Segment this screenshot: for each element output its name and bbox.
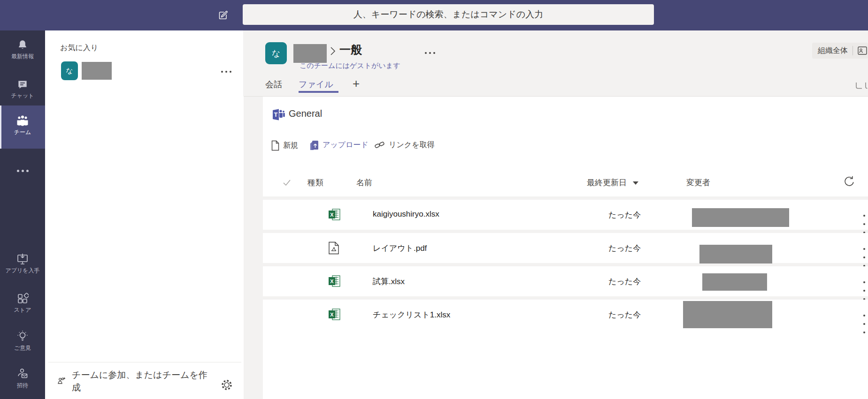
file-row[interactable]: X チェックリスト1.xlsx たった今 <box>263 300 868 330</box>
sidebar-item-label: 招待 <box>0 382 45 390</box>
sidebar-item-chat[interactable]: チャット <box>0 78 45 100</box>
column-header-type[interactable]: 種類 <box>307 177 323 188</box>
excel-icon: X <box>328 275 341 287</box>
sidebar-item-label: チーム <box>0 128 45 136</box>
new-file-icon <box>271 140 279 151</box>
file-more-icon[interactable] <box>862 278 868 303</box>
sidebar-item-label: ストア <box>0 306 45 314</box>
search-input[interactable]: 人、キーワードの検索、またはコマンドの入力 <box>243 4 654 25</box>
svg-text:X: X <box>330 212 334 218</box>
svg-text:X: X <box>330 312 334 317</box>
store-icon <box>16 293 29 305</box>
redacted-modified-by <box>699 245 772 263</box>
upload-icon <box>309 140 319 150</box>
redacted-team-name <box>293 44 327 63</box>
row-separator <box>263 196 868 200</box>
file-modified: たった今 <box>608 210 641 220</box>
bell-icon <box>16 39 29 51</box>
tab-conversations[interactable]: 会話 <box>265 79 282 90</box>
rail-more-icon[interactable] <box>0 166 45 175</box>
file-modified: たった今 <box>608 243 641 254</box>
new-file-button[interactable]: 新規 <box>271 140 298 151</box>
join-team-icon <box>56 376 67 386</box>
file-name: 試算.xlsx <box>373 276 405 287</box>
favorite-team-item[interactable]: な <box>57 58 236 82</box>
file-more-icon[interactable] <box>862 211 868 236</box>
favorites-panel: お気に入り な チームに参加、またはチームを作成 <box>45 30 243 399</box>
sidebar-item-get-apps[interactable]: アプリを入手 <box>0 253 45 275</box>
member-badge-icon <box>857 45 868 56</box>
sidebar-item-store[interactable]: ストア <box>0 293 45 314</box>
sidebar-item-label: チャット <box>0 92 45 100</box>
top-bar: 人、キーワードの検索、またはコマンドの入力 <box>0 0 868 30</box>
sort-desc-icon <box>633 181 638 185</box>
compose-icon[interactable] <box>217 8 230 22</box>
get-link-button[interactable]: リンクを取得 <box>375 140 435 150</box>
sidebar-item-label: 最新情報 <box>0 53 45 60</box>
files-pane: T General 新規 アップロード リンクを取得 種類 名前 最 <box>244 96 868 399</box>
guest-notice-link[interactable]: このチームにはゲストがいます <box>300 61 400 70</box>
lightbulb-icon <box>16 330 29 343</box>
tab-files[interactable]: ファイル <box>299 79 333 90</box>
column-header-name[interactable]: 名前 <box>356 177 372 188</box>
divider <box>853 46 853 55</box>
favorites-header: お気に入り <box>60 43 98 53</box>
left-gutter <box>244 97 263 399</box>
sidebar-item-teams[interactable]: チーム <box>0 105 45 149</box>
svg-text:X: X <box>330 279 334 284</box>
join-or-create-team-button[interactable]: チームに参加、またはチームを作成 <box>45 366 243 399</box>
sidebar-item-activity[interactable]: 最新情報 <box>0 39 45 60</box>
file-modified: たった今 <box>608 276 641 287</box>
org-wide-button[interactable]: 組織全体 <box>812 43 868 59</box>
file-row[interactable]: レイアウト.pdf たった今 <box>263 233 868 263</box>
channel-title: 一般 <box>339 42 362 57</box>
channel-header: な 一般 このチームにはゲストがいます 会話 ファイル + 組織全体 <box>243 30 868 96</box>
divider <box>48 362 241 362</box>
join-or-create-team-label: チームに参加、またはチームを作成 <box>72 369 213 394</box>
sidebar-item-feedback[interactable]: ご意見 <box>0 330 45 352</box>
link-icon <box>375 141 385 150</box>
org-wide-label: 組織全体 <box>818 46 848 56</box>
team-avatar-large: な <box>265 42 287 64</box>
upload-button[interactable]: アップロード <box>309 140 369 150</box>
clipped-edge-icon <box>855 83 868 90</box>
column-header-modified-label: 最終更新日 <box>587 178 627 187</box>
selected-tab-underline <box>299 91 338 93</box>
file-row[interactable]: X 試算.xlsx たった今 <box>263 266 868 296</box>
file-name: kaigiyoushiryo.xlsx <box>373 210 439 219</box>
chat-icon <box>16 78 29 90</box>
sidebar-item-label: アプリを入手 <box>0 267 45 275</box>
teams-icon <box>15 115 30 127</box>
file-row[interactable]: X kaigiyoushiryo.xlsx たった今 <box>263 200 868 230</box>
pdf-icon <box>328 241 339 255</box>
column-header-modified-by[interactable]: 変更者 <box>686 177 710 188</box>
team-avatar: な <box>61 61 78 80</box>
column-header-modified[interactable]: 最終更新日 <box>587 177 638 188</box>
excel-icon: X <box>328 208 341 221</box>
gear-icon[interactable] <box>221 379 233 391</box>
team-more-icon[interactable] <box>220 67 232 75</box>
app-rail: 最新情報 チャット チーム アプリを入手 <box>0 30 45 399</box>
file-name: レイアウト.pdf <box>373 243 427 254</box>
select-all-checkmark-icon[interactable] <box>283 179 291 187</box>
get-link-label: リンクを取得 <box>389 140 435 150</box>
add-tab-button[interactable]: + <box>353 76 360 91</box>
file-more-icon[interactable] <box>862 244 868 270</box>
excel-icon: X <box>328 308 341 321</box>
chevron-right-icon <box>330 46 336 56</box>
redacted-team-name <box>82 62 112 80</box>
file-name: チェックリスト1.xlsx <box>373 309 450 320</box>
invite-person-icon <box>16 367 29 380</box>
sidebar-item-invite[interactable]: 招待 <box>0 367 45 390</box>
redacted-modified-by <box>702 273 767 291</box>
svg-text:T: T <box>274 111 278 118</box>
sidebar-item-label: ご意見 <box>0 344 45 352</box>
row-separator <box>263 296 868 300</box>
row-separator <box>263 263 868 266</box>
redacted-modified-by <box>683 301 772 328</box>
folder-title: General <box>289 108 322 119</box>
channel-more-icon[interactable] <box>423 48 436 57</box>
file-more-icon[interactable] <box>862 311 868 336</box>
refresh-icon[interactable] <box>843 175 855 188</box>
download-app-icon <box>16 253 29 265</box>
